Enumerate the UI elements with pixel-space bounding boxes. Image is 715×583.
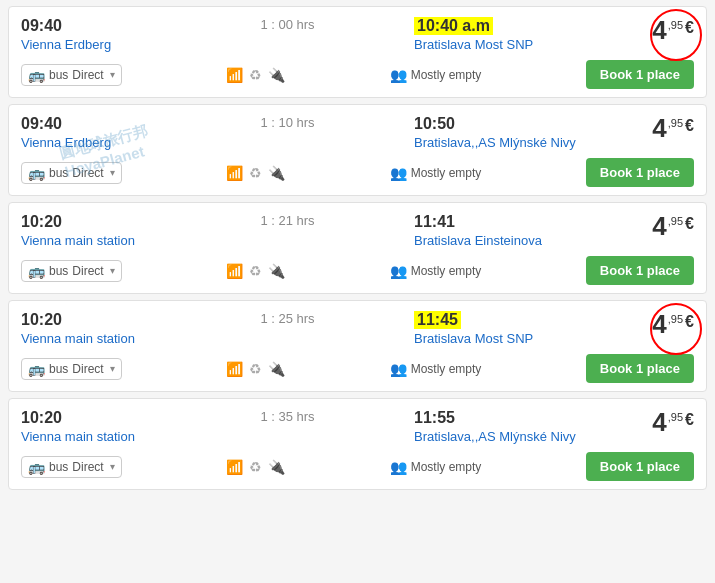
card-inner: 圓地球旅行邦HoyaPlanet 09:40 Vienna Erdberg 1 … [21, 115, 694, 187]
duration: 1 : 10 hrs [260, 115, 314, 130]
arrive-time: 11:41 [414, 213, 455, 231]
amenities: 📶 ♻ 🔌 [226, 263, 285, 279]
wifi-icon: 📶 [226, 165, 243, 181]
arrive-time: 10:50 [414, 115, 455, 133]
depart-station: Vienna main station [21, 429, 161, 444]
chevron-down-icon[interactable]: ▾ [110, 265, 115, 276]
route-bottom: 🚌 bus Direct ▾ 📶 ♻ 🔌 👥 Mostly empty Book… [21, 60, 694, 89]
depart-time: 09:40 [21, 115, 161, 133]
route-top: 10:20 Vienna main station 1 : 35 hrs 11:… [21, 409, 694, 444]
route-card: 10:20 Vienna main station 1 : 35 hrs 11:… [8, 398, 707, 490]
card-inner: 10:20 Vienna main station 1 : 21 hrs 11:… [21, 213, 694, 285]
depart-time: 09:40 [21, 17, 161, 35]
leaf-icon: ♻ [249, 165, 262, 181]
arrive-station: Bratislava Most SNP [414, 37, 533, 52]
book-button[interactable]: Book 1 place [586, 60, 694, 89]
route-top: 10:20 Vienna main station 1 : 21 hrs 11:… [21, 213, 694, 248]
bus-icon: 🚌 [28, 361, 45, 377]
price-area: 4 ,95 € [614, 311, 694, 337]
route-bottom: 🚌 bus Direct ▾ 📶 ♻ 🔌 👥 Mostly empty Book… [21, 158, 694, 187]
price-currency: € [685, 215, 694, 233]
price-currency: € [685, 313, 694, 331]
price-wrapper: 4 ,95 € [652, 115, 694, 141]
transport-badge[interactable]: 🚌 bus Direct ▾ [21, 162, 122, 184]
route-type-label: Direct [72, 264, 103, 278]
route-card: 10:20 Vienna main station 1 : 25 hrs 11:… [8, 300, 707, 392]
wifi-icon: 📶 [226, 459, 243, 475]
chevron-down-icon[interactable]: ▾ [110, 461, 115, 472]
outlet-icon: 🔌 [268, 165, 285, 181]
bus-icon: 🚌 [28, 459, 45, 475]
route-type-label: Direct [72, 68, 103, 82]
wifi-icon: 📶 [226, 361, 243, 377]
duration: 1 : 25 hrs [260, 311, 314, 326]
duration: 1 : 21 hrs [260, 213, 314, 228]
book-button[interactable]: Book 1 place [586, 158, 694, 187]
occupancy-label: Mostly empty [411, 68, 482, 82]
occupancy-label: Mostly empty [411, 264, 482, 278]
route-middle: 1 : 10 hrs [161, 115, 414, 130]
transport-badge[interactable]: 🚌 bus Direct ▾ [21, 456, 122, 478]
transport-badge[interactable]: 🚌 bus Direct ▾ [21, 358, 122, 380]
occupancy: 👥 Mostly empty [390, 165, 482, 181]
bus-icon: 🚌 [28, 67, 45, 83]
price-area: 4 ,95 € [614, 115, 694, 141]
route-right: 11:45 Bratislava Most SNP [414, 311, 614, 346]
route-card: 10:20 Vienna main station 1 : 21 hrs 11:… [8, 202, 707, 294]
amenities: 📶 ♻ 🔌 [226, 459, 285, 475]
occupancy: 👥 Mostly empty [390, 67, 482, 83]
people-icon: 👥 [390, 165, 407, 181]
duration: 1 : 35 hrs [260, 409, 314, 424]
people-icon: 👥 [390, 459, 407, 475]
route-middle: 1 : 35 hrs [161, 409, 414, 424]
price-wrapper: 4 ,95 € [652, 17, 694, 43]
leaf-icon: ♻ [249, 361, 262, 377]
chevron-down-icon[interactable]: ▾ [110, 69, 115, 80]
price-currency: € [685, 19, 694, 37]
occupancy-label: Mostly empty [411, 460, 482, 474]
price-currency: € [685, 411, 694, 429]
chevron-down-icon[interactable]: ▾ [110, 363, 115, 374]
arrive-station: Bratislava Most SNP [414, 331, 533, 346]
price-sup: ,95 [668, 411, 683, 423]
route-type-label: Direct [72, 460, 103, 474]
route-middle: 1 : 21 hrs [161, 213, 414, 228]
amenities: 📶 ♻ 🔌 [226, 67, 285, 83]
route-left: 09:40 Vienna Erdberg [21, 115, 161, 150]
duration: 1 : 00 hrs [260, 17, 314, 32]
route-card: 09:40 Vienna Erdberg 1 : 00 hrs 10:40 a.… [8, 6, 707, 98]
route-right: 11:55 Bratislava,,AS Mlýnské Nivy [414, 409, 614, 444]
arrive-time: 11:55 [414, 409, 455, 427]
occupancy: 👥 Mostly empty [390, 459, 482, 475]
arrive-time: 10:40 a.m [414, 17, 493, 35]
outlet-icon: 🔌 [268, 459, 285, 475]
route-left: 09:40 Vienna Erdberg [21, 17, 161, 52]
arrive-time: 11:45 [414, 311, 461, 329]
outlet-icon: 🔌 [268, 263, 285, 279]
depart-station: Vienna main station [21, 331, 161, 346]
book-button[interactable]: Book 1 place [586, 354, 694, 383]
book-button[interactable]: Book 1 place [586, 452, 694, 481]
outlet-icon: 🔌 [268, 67, 285, 83]
people-icon: 👥 [390, 263, 407, 279]
arrive-station: Bratislava Einsteinova [414, 233, 542, 248]
book-button[interactable]: Book 1 place [586, 256, 694, 285]
route-top: 09:40 Vienna Erdberg 1 : 10 hrs 10:50 Br… [21, 115, 694, 150]
price-main: 4 [652, 213, 666, 239]
price-area: 4 ,95 € [614, 17, 694, 43]
price-wrapper: 4 ,95 € [652, 213, 694, 239]
transport-badge[interactable]: 🚌 bus Direct ▾ [21, 64, 122, 86]
depart-station: Vienna main station [21, 233, 161, 248]
transport-badge[interactable]: 🚌 bus Direct ▾ [21, 260, 122, 282]
leaf-icon: ♻ [249, 263, 262, 279]
occupancy-label: Mostly empty [411, 166, 482, 180]
depart-station: Vienna Erdberg [21, 37, 161, 52]
depart-time: 10:20 [21, 213, 161, 231]
price-area: 4 ,95 € [614, 213, 694, 239]
outlet-icon: 🔌 [268, 361, 285, 377]
bus-icon: 🚌 [28, 165, 45, 181]
route-right: 11:41 Bratislava Einsteinova [414, 213, 614, 248]
route-left: 10:20 Vienna main station [21, 311, 161, 346]
chevron-down-icon[interactable]: ▾ [110, 167, 115, 178]
price-main: 4 [652, 115, 666, 141]
